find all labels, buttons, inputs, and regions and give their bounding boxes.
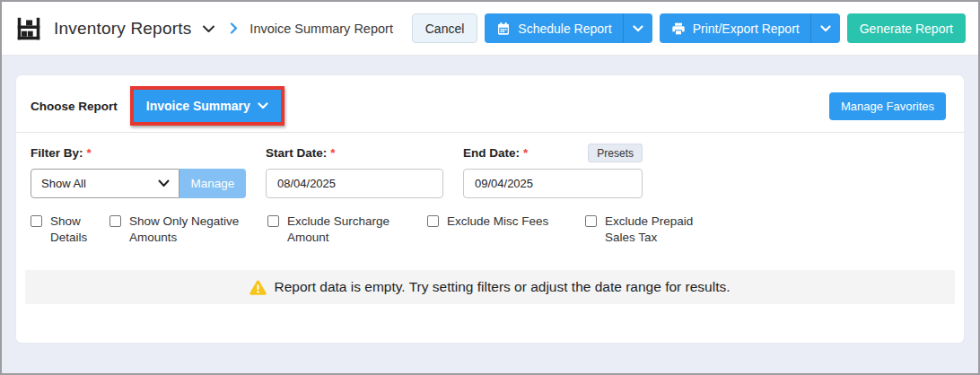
checkbox-box[interactable] bbox=[109, 215, 121, 227]
print-export-chevron-down-icon[interactable] bbox=[810, 13, 840, 43]
checkbox-box[interactable] bbox=[267, 215, 279, 227]
empty-state-banner: Report data is empty. Try setting filter… bbox=[25, 270, 955, 304]
app-window: Inventory Reports Invoice Summary Report… bbox=[0, 0, 980, 375]
chevron-down-icon bbox=[258, 102, 268, 109]
checkbox-show-details[interactable]: Show Details bbox=[31, 214, 109, 246]
choose-report-label: Choose Report bbox=[31, 100, 118, 113]
content-background: Choose Report Invoice Summary Manage Fav… bbox=[2, 56, 978, 375]
filter-by-select[interactable]: Show All bbox=[31, 169, 179, 198]
start-date-input[interactable] bbox=[266, 169, 443, 198]
checkbox-row: Show Details Show Only Negative Amounts … bbox=[31, 214, 955, 246]
checkbox-box[interactable] bbox=[427, 215, 439, 227]
filter-by-label: Filter By:* bbox=[31, 144, 246, 161]
printer-icon bbox=[671, 22, 686, 36]
empty-state-message: Report data is empty. Try setting filter… bbox=[274, 279, 730, 295]
end-date-input[interactable] bbox=[463, 169, 643, 198]
report-type-dropdown[interactable]: Invoice Summary bbox=[134, 90, 281, 122]
end-date-label: End Date:* bbox=[463, 146, 528, 160]
schedule-report-button[interactable]: Schedule Report bbox=[485, 13, 652, 43]
checkbox-box[interactable] bbox=[585, 215, 597, 227]
warning-icon bbox=[249, 280, 267, 295]
page-title: Inventory Reports bbox=[54, 19, 191, 39]
breadcrumb-current: Invoice Summary Report bbox=[249, 22, 393, 36]
generate-report-button[interactable]: Generate Report bbox=[847, 13, 966, 43]
report-menu-chevron-down-icon[interactable] bbox=[202, 24, 215, 33]
section-divider bbox=[16, 132, 964, 133]
checkbox-exclude-prepaid-sales-tax[interactable]: Exclude Prepaid Sales Tax bbox=[585, 214, 711, 246]
report-type-value: Invoice Summary bbox=[146, 99, 250, 113]
chevron-down-icon bbox=[158, 179, 170, 188]
header: Inventory Reports Invoice Summary Report… bbox=[2, 2, 978, 56]
filter-by-value: Show All bbox=[41, 177, 86, 190]
checkbox-box[interactable] bbox=[31, 215, 42, 227]
required-asterisk: * bbox=[87, 146, 92, 160]
print-export-report-label: Print/Export Report bbox=[693, 22, 800, 36]
schedule-report-chevron-down-icon[interactable] bbox=[623, 13, 652, 43]
print-export-report-button[interactable]: Print/Export Report bbox=[660, 13, 840, 43]
checkbox-exclude-surcharge-amount[interactable]: Exclude Surcharge Amount bbox=[267, 214, 427, 246]
calendar-icon bbox=[496, 22, 511, 36]
cancel-button[interactable]: Cancel bbox=[412, 13, 478, 43]
checkbox-show-only-negative-amounts[interactable]: Show Only Negative Amounts bbox=[109, 214, 267, 246]
filter-controls: Filter By:* Show All Manage Start Date:* bbox=[31, 144, 955, 198]
start-date-label: Start Date:* bbox=[266, 144, 443, 161]
inventory-rack-icon bbox=[16, 16, 41, 41]
schedule-report-label: Schedule Report bbox=[518, 22, 611, 36]
breadcrumb: Inventory Reports Invoice Summary Report bbox=[16, 16, 393, 41]
report-panel: Choose Report Invoice Summary Manage Fav… bbox=[16, 75, 964, 343]
manage-favorites-button[interactable]: Manage Favorites bbox=[829, 92, 946, 120]
required-asterisk: * bbox=[523, 146, 528, 160]
manage-filter-button[interactable]: Manage bbox=[179, 169, 246, 198]
presets-button[interactable]: Presets bbox=[588, 144, 643, 162]
breadcrumb-chevron-right-icon bbox=[230, 22, 238, 34]
header-actions: Cancel Schedule Report bbox=[412, 13, 966, 43]
checkbox-exclude-misc-fees[interactable]: Exclude Misc Fees bbox=[427, 214, 585, 246]
annotation-highlight-box: Invoice Summary bbox=[130, 86, 284, 126]
choose-report-row: Choose Report Invoice Summary Manage Fav… bbox=[25, 83, 955, 128]
required-asterisk: * bbox=[330, 146, 335, 160]
